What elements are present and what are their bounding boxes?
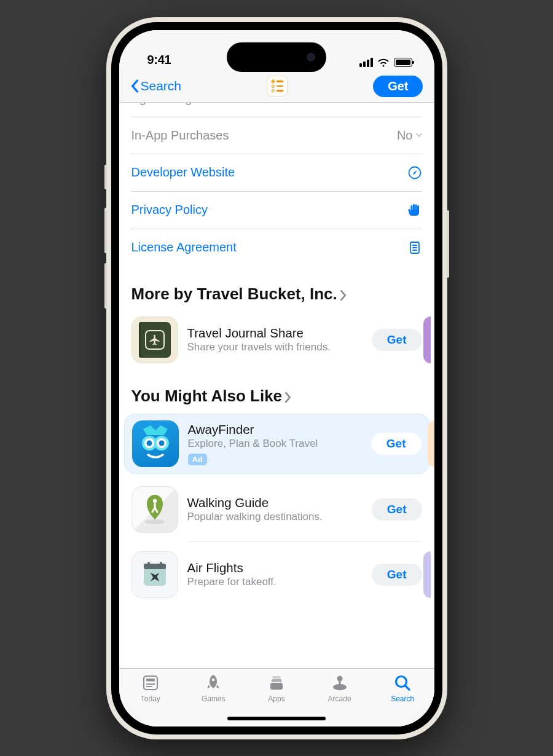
svg-rect-16 — [144, 564, 166, 569]
chevron-right-icon — [340, 289, 347, 301]
document-icon — [407, 240, 422, 255]
app-name: AwayFinder — [188, 422, 362, 437]
svg-rect-25 — [271, 679, 281, 682]
app-icon-walking-guide — [131, 486, 178, 533]
dynamic-island — [227, 42, 326, 72]
home-indicator[interactable] — [227, 717, 326, 720]
app-name: Air Flights — [187, 561, 363, 575]
section-you-might-like[interactable]: You Might Also Like — [119, 368, 434, 414]
app-subtitle: Share your travels with friends. — [187, 341, 363, 353]
app-subtitle: Explore, Plan & Book Travel — [188, 438, 362, 450]
chevron-down-icon — [416, 131, 422, 140]
tab-label: Search — [391, 695, 414, 703]
svg-point-10 — [146, 440, 152, 446]
svg-rect-18 — [160, 562, 162, 566]
svg-point-11 — [159, 440, 164, 446]
get-button[interactable]: Get — [373, 76, 423, 97]
tab-apps[interactable]: Apps — [256, 674, 297, 703]
you-might-like-title: You Might Also Like — [131, 387, 283, 406]
svg-marker-1 — [412, 170, 417, 175]
back-button[interactable]: Search — [130, 79, 182, 93]
peek-next-app — [428, 420, 434, 467]
svg-point-12 — [145, 519, 165, 524]
app-subtitle: Prepare for takeoff. — [187, 576, 363, 588]
rocket-icon — [204, 674, 222, 692]
privacy-policy-link: Privacy Policy — [131, 203, 208, 217]
content-scroll[interactable]: Age Rating In-App Purchases No Developer… — [119, 103, 434, 668]
svg-point-23 — [212, 678, 215, 681]
chevron-left-icon — [130, 79, 139, 93]
today-icon — [141, 674, 160, 692]
tab-label: Today — [141, 695, 160, 703]
developer-website-link: Developer Website — [131, 165, 235, 179]
search-icon — [393, 674, 412, 692]
svg-rect-17 — [147, 562, 150, 566]
divider — [187, 541, 422, 541]
app-row-travel-journal[interactable]: Travel Journal Share Share your travels … — [124, 312, 429, 368]
more-by-title: More by Travel Bucket, Inc. — [131, 285, 337, 304]
info-row-privacy[interactable]: Privacy Policy — [131, 192, 422, 229]
hand-icon — [407, 203, 422, 218]
ad-badge: Ad — [188, 454, 207, 465]
svg-rect-26 — [272, 676, 281, 679]
get-button[interactable]: Get — [372, 498, 422, 521]
battery-icon — [394, 58, 412, 67]
app-row-air-flights[interactable]: Air Flights Prepare for takeoff. Get — [124, 546, 429, 603]
info-row-dev-website[interactable]: Developer Website — [131, 154, 422, 192]
arcade-icon — [331, 674, 349, 692]
app-row-awayfinder-ad[interactable]: AwayFinder Explore, Plan & Book Travel A… — [124, 414, 429, 474]
compass-icon — [407, 165, 422, 180]
tab-label: Apps — [268, 695, 284, 703]
app-subtitle: Popular walking destinations. — [187, 511, 363, 523]
info-row-iap[interactable]: In-App Purchases No — [131, 117, 422, 154]
info-row-age-rating[interactable]: Age Rating — [131, 103, 422, 117]
get-button[interactable]: Get — [372, 564, 422, 586]
svg-line-31 — [406, 686, 409, 690]
app-name: Walking Guide — [187, 495, 363, 510]
iap-value: No — [397, 128, 413, 143]
tab-search[interactable]: Search — [382, 674, 423, 703]
peek-next-app — [423, 551, 431, 598]
tab-label: Games — [202, 695, 226, 703]
phone-frame: 9:41 Search Get Age Rating — [106, 17, 447, 739]
app-name: Travel Journal Share — [187, 326, 363, 341]
nav-bar: Search Get — [119, 71, 434, 103]
signal-icon — [359, 58, 373, 67]
tab-arcade[interactable]: Arcade — [319, 674, 361, 703]
get-button[interactable]: Get — [371, 433, 422, 455]
apps-icon — [267, 674, 286, 692]
svg-rect-24 — [270, 683, 283, 690]
app-row-walking-guide[interactable]: Walking Guide Popular walking destinatio… — [124, 481, 429, 538]
get-button[interactable]: Get — [372, 329, 422, 351]
app-icon-air-flights — [131, 551, 178, 598]
info-row-license[interactable]: License Agreement — [131, 229, 422, 266]
svg-point-29 — [337, 675, 342, 681]
back-label: Search — [141, 79, 182, 93]
tab-today[interactable]: Today — [130, 674, 171, 703]
svg-rect-19 — [144, 676, 157, 690]
chevron-right-icon — [284, 392, 291, 403]
chevron-down-icon — [416, 103, 422, 103]
section-more-by[interactable]: More by Travel Bucket, Inc. — [119, 266, 434, 312]
app-thumbnail-icon[interactable] — [267, 76, 288, 96]
iap-label: In-App Purchases — [131, 128, 229, 143]
svg-rect-20 — [146, 679, 155, 682]
age-rating-label: Age Rating — [131, 103, 192, 106]
peek-next-app — [423, 317, 431, 363]
app-icon-awayfinder — [132, 420, 179, 467]
license-agreement-link: License Agreement — [131, 240, 237, 254]
wifi-icon — [377, 58, 390, 67]
status-time: 9:41 — [147, 53, 171, 67]
tab-label: Arcade — [328, 695, 351, 703]
svg-point-13 — [152, 498, 156, 502]
tab-games[interactable]: Games — [192, 674, 234, 703]
app-icon-travel-journal — [131, 317, 178, 363]
